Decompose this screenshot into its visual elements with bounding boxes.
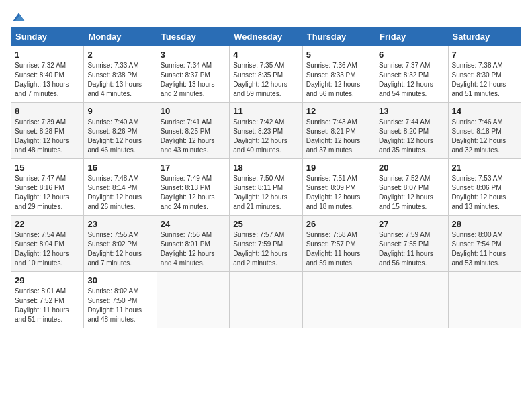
calendar-cell: 11Sunrise: 7:42 AMSunset: 8:23 PMDayligh… <box>230 103 302 159</box>
day-number: 29 <box>15 275 80 285</box>
day-number: 5 <box>306 50 371 60</box>
day-number: 8 <box>15 106 80 116</box>
calendar-cell: 12Sunrise: 7:43 AMSunset: 8:21 PMDayligh… <box>302 103 375 159</box>
calendar-cell: 20Sunrise: 7:52 AMSunset: 8:07 PMDayligh… <box>375 159 448 216</box>
day-number: 27 <box>379 219 444 229</box>
day-number: 6 <box>379 50 444 60</box>
day-info: Sunrise: 7:54 AMSunset: 8:04 PMDaylight:… <box>15 230 80 268</box>
calendar-cell: 24Sunrise: 7:56 AMSunset: 8:01 PMDayligh… <box>157 216 229 272</box>
day-info: Sunrise: 7:34 AMSunset: 8:37 PMDaylight:… <box>161 61 226 99</box>
day-info: Sunrise: 7:41 AMSunset: 8:25 PMDaylight:… <box>161 118 226 155</box>
day-info: Sunrise: 7:43 AMSunset: 8:21 PMDaylight:… <box>306 118 371 155</box>
calendar-header-row: SundayMondayTuesdayWednesdayThursdayFrid… <box>11 28 521 46</box>
calendar-cell: 2Sunrise: 7:33 AMSunset: 8:38 PMDaylight… <box>84 46 157 103</box>
calendar-cell: 25Sunrise: 7:57 AMSunset: 7:59 PMDayligh… <box>230 216 302 272</box>
day-info: Sunrise: 7:39 AMSunset: 8:28 PMDaylight:… <box>15 118 80 155</box>
day-info: Sunrise: 7:51 AMSunset: 8:09 PMDaylight:… <box>306 174 371 212</box>
calendar-cell: 5Sunrise: 7:36 AMSunset: 8:33 PMDaylight… <box>302 46 375 103</box>
calendar-cell <box>157 272 229 328</box>
calendar-cell: 7Sunrise: 7:38 AMSunset: 8:30 PMDaylight… <box>448 46 521 103</box>
column-header-saturday: Saturday <box>448 28 521 46</box>
calendar-table: SundayMondayTuesdayWednesdayThursdayFrid… <box>11 27 521 328</box>
calendar-week-row: 1Sunrise: 7:32 AMSunset: 8:40 PMDaylight… <box>11 46 521 103</box>
day-number: 23 <box>87 219 152 229</box>
day-info: Sunrise: 8:01 AMSunset: 7:52 PMDaylight:… <box>15 287 80 324</box>
day-info: Sunrise: 7:44 AMSunset: 8:20 PMDaylight:… <box>379 118 444 155</box>
day-info: Sunrise: 7:40 AMSunset: 8:26 PMDaylight:… <box>87 118 152 155</box>
calendar-cell <box>448 272 521 328</box>
calendar-cell: 23Sunrise: 7:55 AMSunset: 8:02 PMDayligh… <box>84 216 157 272</box>
calendar-cell <box>375 272 448 328</box>
calendar-week-row: 8Sunrise: 7:39 AMSunset: 8:28 PMDaylight… <box>11 103 521 159</box>
calendar-cell: 16Sunrise: 7:48 AMSunset: 8:14 PMDayligh… <box>84 159 157 216</box>
day-number: 14 <box>452 106 517 116</box>
day-info: Sunrise: 7:48 AMSunset: 8:14 PMDaylight:… <box>87 174 152 212</box>
day-info: Sunrise: 7:38 AMSunset: 8:30 PMDaylight:… <box>452 61 517 99</box>
day-number: 16 <box>87 163 152 173</box>
day-info: Sunrise: 7:36 AMSunset: 8:33 PMDaylight:… <box>306 61 371 99</box>
day-number: 9 <box>87 106 152 116</box>
calendar-cell: 22Sunrise: 7:54 AMSunset: 8:04 PMDayligh… <box>11 216 84 272</box>
calendar-cell: 4Sunrise: 7:35 AMSunset: 8:35 PMDaylight… <box>230 46 302 103</box>
day-info: Sunrise: 7:37 AMSunset: 8:32 PMDaylight:… <box>379 61 444 99</box>
calendar-cell: 1Sunrise: 7:32 AMSunset: 8:40 PMDaylight… <box>11 46 84 103</box>
day-info: Sunrise: 7:42 AMSunset: 8:23 PMDaylight:… <box>233 118 298 155</box>
calendar-cell: 18Sunrise: 7:50 AMSunset: 8:11 PMDayligh… <box>230 159 302 216</box>
day-info: Sunrise: 7:53 AMSunset: 8:06 PMDaylight:… <box>452 174 517 212</box>
day-number: 1 <box>15 50 80 60</box>
calendar-cell: 8Sunrise: 7:39 AMSunset: 8:28 PMDaylight… <box>11 103 84 159</box>
day-info: Sunrise: 7:35 AMSunset: 8:35 PMDaylight:… <box>233 61 298 99</box>
day-info: Sunrise: 7:58 AMSunset: 7:57 PMDaylight:… <box>306 230 371 268</box>
day-number: 25 <box>233 219 298 229</box>
column-header-tuesday: Tuesday <box>157 28 229 46</box>
day-number: 3 <box>161 50 226 60</box>
calendar-cell: 29Sunrise: 8:01 AMSunset: 7:52 PMDayligh… <box>11 272 84 328</box>
day-info: Sunrise: 8:00 AMSunset: 7:54 PMDaylight:… <box>452 230 517 268</box>
calendar-week-row: 29Sunrise: 8:01 AMSunset: 7:52 PMDayligh… <box>11 272 521 328</box>
day-number: 22 <box>15 219 80 229</box>
calendar-cell: 19Sunrise: 7:51 AMSunset: 8:09 PMDayligh… <box>302 159 375 216</box>
day-number: 20 <box>379 163 444 173</box>
calendar-cell: 26Sunrise: 7:58 AMSunset: 7:57 PMDayligh… <box>302 216 375 272</box>
day-info: Sunrise: 7:32 AMSunset: 8:40 PMDaylight:… <box>15 61 80 99</box>
day-number: 26 <box>306 219 371 229</box>
day-number: 18 <box>233 163 298 173</box>
calendar-cell: 21Sunrise: 7:53 AMSunset: 8:06 PMDayligh… <box>448 159 521 216</box>
calendar-week-row: 15Sunrise: 7:47 AMSunset: 8:16 PMDayligh… <box>11 159 521 216</box>
logo-icon <box>12 11 26 24</box>
day-number: 17 <box>161 163 226 173</box>
calendar-cell <box>302 272 375 328</box>
day-number: 4 <box>233 50 298 60</box>
column-header-monday: Monday <box>84 28 157 46</box>
calendar-cell: 28Sunrise: 8:00 AMSunset: 7:54 PMDayligh… <box>448 216 521 272</box>
day-number: 13 <box>379 106 444 116</box>
calendar-cell: 6Sunrise: 7:37 AMSunset: 8:32 PMDaylight… <box>375 46 448 103</box>
column-header-friday: Friday <box>375 28 448 46</box>
calendar-cell: 13Sunrise: 7:44 AMSunset: 8:20 PMDayligh… <box>375 103 448 159</box>
day-info: Sunrise: 7:56 AMSunset: 8:01 PMDaylight:… <box>161 230 226 268</box>
calendar-cell: 3Sunrise: 7:34 AMSunset: 8:37 PMDaylight… <box>157 46 229 103</box>
day-info: Sunrise: 7:47 AMSunset: 8:16 PMDaylight:… <box>15 174 80 212</box>
logo <box>11 11 26 20</box>
calendar-cell: 15Sunrise: 7:47 AMSunset: 8:16 PMDayligh… <box>11 159 84 216</box>
day-number: 30 <box>87 275 152 285</box>
page-header <box>11 11 521 20</box>
day-number: 21 <box>452 163 517 173</box>
column-header-thursday: Thursday <box>302 28 375 46</box>
calendar-cell: 30Sunrise: 8:02 AMSunset: 7:50 PMDayligh… <box>84 272 157 328</box>
column-header-wednesday: Wednesday <box>230 28 302 46</box>
day-number: 12 <box>306 106 371 116</box>
day-info: Sunrise: 7:33 AMSunset: 8:38 PMDaylight:… <box>87 61 152 99</box>
day-info: Sunrise: 7:55 AMSunset: 8:02 PMDaylight:… <box>87 230 152 268</box>
day-number: 10 <box>161 106 226 116</box>
day-number: 19 <box>306 163 371 173</box>
column-header-sunday: Sunday <box>11 28 84 46</box>
calendar-cell: 9Sunrise: 7:40 AMSunset: 8:26 PMDaylight… <box>84 103 157 159</box>
day-number: 2 <box>87 50 152 60</box>
calendar-cell: 14Sunrise: 7:46 AMSunset: 8:18 PMDayligh… <box>448 103 521 159</box>
day-info: Sunrise: 7:59 AMSunset: 7:55 PMDaylight:… <box>379 230 444 268</box>
day-info: Sunrise: 7:52 AMSunset: 8:07 PMDaylight:… <box>379 174 444 212</box>
day-info: Sunrise: 7:46 AMSunset: 8:18 PMDaylight:… <box>452 118 517 155</box>
calendar-week-row: 22Sunrise: 7:54 AMSunset: 8:04 PMDayligh… <box>11 216 521 272</box>
day-info: Sunrise: 7:50 AMSunset: 8:11 PMDaylight:… <box>233 174 298 212</box>
